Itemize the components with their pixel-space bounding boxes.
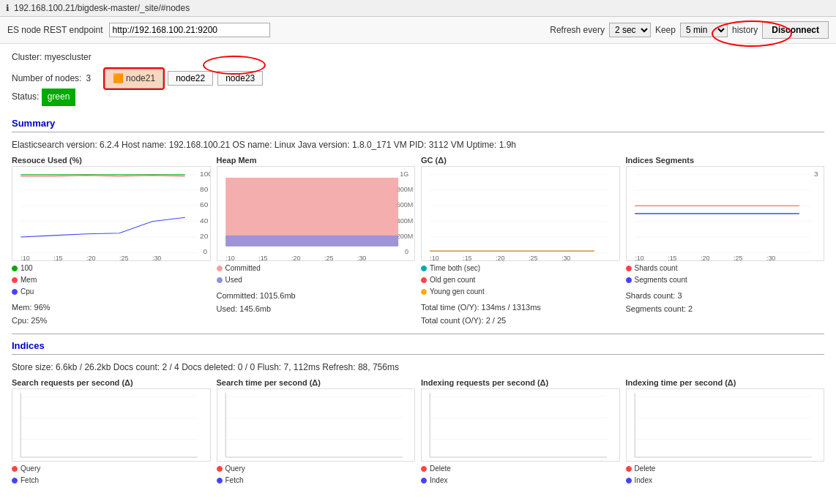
svg-text:0: 0: [405, 248, 408, 255]
heap-chart-title: Heap Mem: [217, 156, 416, 165]
indices-segments-svg: 3 :10 :15 :20 :25 :30: [627, 167, 824, 260]
page-url: 192.168.100.21/bigdesk-master/_site/#nod…: [14, 3, 190, 13]
refresh-section: Refresh every 2 sec 1 sec 5 sec Keep 5 m…: [550, 21, 829, 39]
status-row: Status: green: [12, 89, 824, 106]
svg-text:600M: 600M: [396, 201, 412, 208]
indices-segments-title: Indices Segments: [626, 156, 825, 165]
svg-text::20: :20: [86, 255, 96, 260]
indices-section-title: Indices: [12, 334, 824, 355]
gc-chart-area: :10 :15 :20 :25 :30: [421, 166, 620, 261]
svg-text::10: :10: [635, 255, 644, 260]
svg-text:0: 0: [204, 247, 208, 255]
committed-stat: Committed: 1015.6mb: [217, 289, 416, 303]
indexing-rps-area: [421, 388, 620, 462]
heap-stats: Committed: 1015.6mb Used: 145.6mb: [217, 289, 416, 316]
node-btn-node23[interactable]: node23: [217, 71, 263, 86]
svg-text::30: :30: [152, 255, 162, 260]
gc-count-stat: Total count (O/Y): 2 / 25: [421, 314, 620, 328]
mem-stat: Mem: 96%: [12, 301, 211, 315]
gc-chart-title: GC (Δ): [421, 156, 620, 165]
resource-chart-svg: 100 80 60 40 20 0: [12, 167, 210, 260]
search-tps-container: Search time per second (Δ) Query Fetch: [217, 378, 416, 486]
node-btn-node22[interactable]: node22: [168, 71, 213, 86]
search-rps-container: Search requests per second (Δ) Query Fet: [12, 378, 211, 486]
title-bar: ℹ 192.168.100.21/bigdesk-master/_site/#n…: [0, 0, 836, 17]
info-icon: ℹ: [6, 3, 10, 13]
svg-text::20: :20: [701, 255, 710, 260]
svg-text:3: 3: [814, 170, 818, 178]
search-rps-legend: Query Fetch: [12, 463, 211, 486]
svg-text::25: :25: [119, 255, 129, 260]
svg-text:40: 40: [200, 217, 209, 225]
heap-chart-area: 1G 800M 600M 400M 200M 0 :10 :15 :20 :25…: [217, 166, 416, 261]
version-info: Elasticsearch version: 6.2.4 Host name: …: [12, 137, 824, 156]
search-tps-legend: Query Fetch: [217, 463, 416, 486]
indexing-tps-legend: Delete Index: [626, 463, 825, 486]
endpoint-input[interactable]: [109, 23, 270, 37]
cluster-info: Cluster: myescluster Number of nodes: 3 …: [0, 44, 836, 112]
search-rps-svg: [12, 389, 210, 461]
svg-text::30: :30: [766, 255, 775, 260]
indexing-tps-svg: [627, 389, 824, 461]
keep-label: Keep: [655, 25, 676, 35]
svg-text:20: 20: [200, 232, 209, 240]
node-btn-node21[interactable]: 🟧 node21: [105, 69, 163, 89]
bottom-charts-row: Search requests per second (Δ) Query Fet: [12, 378, 824, 486]
cluster-name-row: Cluster: myescluster: [12, 50, 824, 66]
search-tps-area: [217, 388, 416, 462]
search-tps-title: Search time per second (Δ): [217, 378, 416, 387]
refresh-label: Refresh every: [550, 25, 605, 35]
heap-chart-container: Heap Mem 1G 800M 600M 400M 200M 0 :10: [217, 156, 416, 328]
indexing-rps-container: Indexing requests per second (Δ) Delete …: [421, 378, 620, 486]
gc-time-stat: Total time (O/Y): 134ms / 1313ms: [421, 301, 620, 315]
cpu-stat: Cpu: 25%: [12, 314, 211, 328]
indexing-rps-legend: Delete Index: [421, 463, 620, 486]
indexing-rps-svg: [422, 389, 619, 461]
keep-select[interactable]: 5 min 1 min 10 min: [680, 23, 728, 37]
svg-text::15: :15: [53, 255, 63, 260]
indexing-tps-area: [626, 388, 825, 462]
top-bar: ES node REST endpoint Refresh every 2 se…: [0, 17, 836, 44]
svg-text:80: 80: [200, 185, 209, 193]
svg-text::20: :20: [291, 255, 301, 260]
indices-segments-container: Indices Segments 3 :10 :15: [626, 156, 825, 328]
svg-text::25: :25: [733, 255, 742, 260]
svg-text::15: :15: [668, 255, 677, 260]
svg-text::15: :15: [258, 255, 268, 260]
charts-row-1: Resouce Used (%) 100 80 60 40 20 0: [12, 156, 824, 328]
summary-section-title: Summary: [12, 112, 824, 132]
resource-legend: 100 Mem Cpu: [12, 263, 211, 298]
indices-section: Indices Store size: 6.6kb / 26.2kb Docs …: [12, 334, 824, 486]
resource-chart-title: Resouce Used (%): [12, 156, 211, 165]
svg-rect-24: [225, 236, 398, 247]
status-label: Status:: [12, 91, 39, 102]
history-label: history: [732, 25, 758, 35]
nodes-row: Number of nodes: 3 🟧 node21 node22 node2…: [12, 69, 824, 89]
indices-stats: Store size: 6.6kb / 26.2kb Docs count: 2…: [12, 359, 824, 378]
svg-text::10: :10: [20, 255, 30, 260]
segments-stat: Segments count: 2: [626, 302, 825, 316]
indices-segments-legend: Shards count Segments count: [626, 263, 825, 286]
search-tps-svg: [217, 389, 415, 461]
svg-text:400M: 400M: [396, 217, 412, 225]
disconnect-button[interactable]: Disconnect: [762, 21, 829, 39]
gc-stats: Total time (O/Y): 134ms / 1313ms Total c…: [421, 301, 620, 328]
resource-chart-container: Resouce Used (%) 100 80 60 40 20 0: [12, 156, 211, 328]
search-rps-title: Search requests per second (Δ): [12, 378, 211, 387]
refresh-select[interactable]: 2 sec 1 sec 5 sec: [609, 23, 651, 37]
indices-segments-area: 3 :10 :15 :20 :25 :30: [626, 166, 825, 261]
svg-text:200M: 200M: [396, 233, 412, 240]
svg-text::30: :30: [357, 255, 366, 260]
nodes-count: 3: [86, 71, 91, 87]
heap-chart-svg: 1G 800M 600M 400M 200M 0 :10 :15 :20 :25…: [217, 167, 415, 260]
indexing-tps-container: Indexing time per second (Δ) Delete Inde…: [626, 378, 825, 486]
svg-text:800M: 800M: [396, 186, 412, 193]
svg-text::15: :15: [463, 255, 472, 260]
indices-segments-stats: Shards count: 3 Segments count: 2: [626, 289, 825, 316]
indexing-tps-title: Indexing time per second (Δ): [626, 378, 825, 387]
svg-text::25: :25: [324, 255, 333, 260]
used-stat: Used: 145.6mb: [217, 302, 416, 316]
svg-text:1G: 1G: [400, 170, 408, 178]
svg-text::10: :10: [430, 255, 439, 260]
gc-chart-svg: :10 :15 :20 :25 :30: [422, 167, 619, 260]
